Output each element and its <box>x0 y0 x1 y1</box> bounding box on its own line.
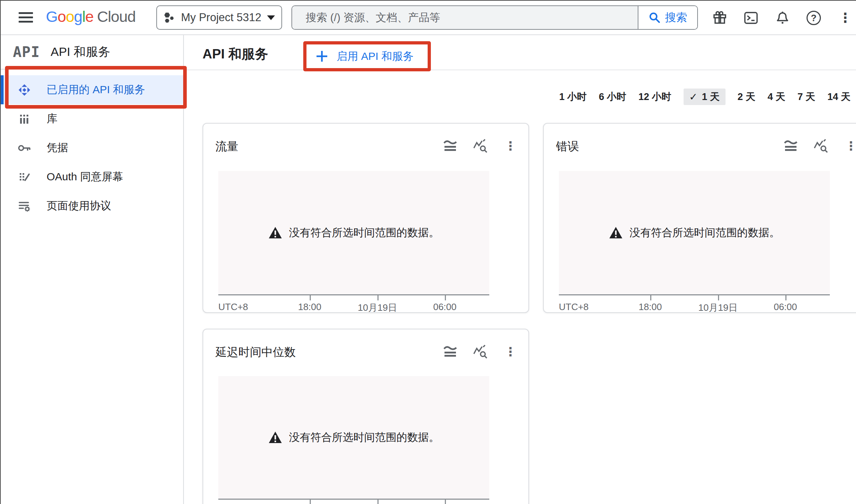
key-icon <box>17 141 32 155</box>
chart-smoothing-icon[interactable] <box>442 344 459 360</box>
axis-tick <box>377 294 379 300</box>
explore-metrics-icon[interactable] <box>472 344 489 360</box>
axis-label: 10月19日 <box>689 301 747 314</box>
hamburger-icon <box>18 10 34 25</box>
axis-tick <box>650 294 651 300</box>
sidebar-item-label: 页面使用协议 <box>47 199 111 213</box>
api-product-icon: API <box>13 44 40 60</box>
cloud-shell-button[interactable] <box>742 9 760 27</box>
card-title: 错误 <box>556 139 579 154</box>
header-divider <box>184 70 856 70</box>
card-title: 延迟时间中位数 <box>215 344 296 360</box>
time-range-4d[interactable]: 4 天 <box>767 90 785 103</box>
screen-edge-top <box>0 0 856 1</box>
card-title: 流量 <box>215 139 238 154</box>
x-axis-line <box>559 294 830 295</box>
search-input[interactable] <box>292 11 638 24</box>
card-actions: ⋮ <box>442 138 519 154</box>
notifications-button[interactable] <box>774 9 791 27</box>
gift-icon <box>712 10 727 25</box>
sidebar-item-oauth-consent[interactable]: OAuth 同意屏幕 <box>0 162 183 191</box>
offers-gift-button[interactable] <box>711 9 728 27</box>
page-title: API 和服务 <box>203 45 268 63</box>
annotation-box-enable-button: 启用 API 和服务 <box>303 41 431 71</box>
no-data-message: 没有符合所选时间范围的数据。 <box>289 225 439 240</box>
time-range-7d[interactable]: 7 天 <box>798 90 815 103</box>
project-selector[interactable]: My Project 5312 <box>156 5 282 30</box>
sidebar-item-label: 凭据 <box>47 141 68 155</box>
bell-icon <box>775 10 790 25</box>
chart-smoothing-icon[interactable] <box>782 138 799 154</box>
logo-cloud-text: Cloud <box>97 8 135 25</box>
time-range-6h[interactable]: 6 小时 <box>599 90 627 103</box>
check-icon: ✓ <box>689 91 698 103</box>
search-button[interactable]: 搜索 <box>638 6 697 29</box>
axis-tick <box>718 294 719 300</box>
menu-icon[interactable] <box>18 10 34 25</box>
sidebar-item-library[interactable]: 库 <box>0 104 183 133</box>
plus-icon <box>315 49 329 63</box>
help-icon: ? <box>807 11 821 25</box>
errors-chart-card: 错误 ⋮ <box>543 123 856 313</box>
more-vertical-icon: ⋮ <box>845 140 856 152</box>
chart-plot-area: 没有符合所选时间范围的数据。 <box>559 171 830 294</box>
sidebar-item-label: OAuth 同意屏幕 <box>47 170 123 184</box>
chart-smoothing-icon[interactable] <box>442 138 459 154</box>
enable-api-button[interactable]: 启用 API 和服务 <box>306 44 428 68</box>
more-vertical-icon: ⋮ <box>504 346 517 358</box>
sidebar-item-enabled-apis[interactable]: 已启用的 API 和服务 <box>0 75 183 104</box>
search-field <box>292 6 638 29</box>
explore-metrics-icon[interactable] <box>472 138 489 154</box>
axis-tick <box>310 294 311 300</box>
logo-letter: g <box>74 8 82 25</box>
sidebar-item-credentials[interactable]: 凭据 <box>0 133 183 162</box>
median-latency-chart-card: 延迟时间中位数 ⋮ <box>203 329 529 504</box>
search-icon <box>648 11 661 24</box>
logo-letter: o <box>57 8 66 25</box>
axis-label: 06:00 <box>416 301 474 313</box>
oauth-consent-icon <box>17 170 32 184</box>
card-menu-icon[interactable]: ⋮ <box>502 138 519 154</box>
card-actions: ⋮ <box>782 138 856 154</box>
sidebar-nav: 已启用的 API 和服务 库 <box>0 70 183 220</box>
axis-label: 10月19日 <box>349 301 406 314</box>
logo-letter: l <box>82 8 85 25</box>
card-menu-icon[interactable]: ⋮ <box>502 344 519 360</box>
explore-metrics-icon[interactable] <box>812 138 829 154</box>
x-axis-line <box>218 499 489 500</box>
gcp-console-page: GoogleCloud My Project 5312 搜索 <box>0 0 856 504</box>
help-button[interactable]: ? <box>805 9 822 27</box>
sidebar-item-label: 库 <box>47 111 57 126</box>
time-range-label: 1 天 <box>702 90 720 103</box>
logo-letter: G <box>46 8 57 25</box>
axis-tick <box>785 294 786 300</box>
no-data-message: 没有符合所选时间范围的数据。 <box>629 225 780 240</box>
time-range-1d-selected[interactable]: ✓ 1 天 <box>684 89 726 105</box>
sidebar-item-label: 已启用的 API 和服务 <box>47 82 145 97</box>
top-app-bar: GoogleCloud My Project 5312 搜索 <box>0 0 856 35</box>
time-range-selector: 1 小时 6 小时 12 小时 ✓ 1 天 2 天 4 天 7 天 14 天 3… <box>559 87 856 106</box>
library-icon <box>17 112 32 126</box>
card-menu-icon[interactable]: ⋮ <box>842 138 856 154</box>
warning-icon <box>268 431 282 444</box>
time-range-1h[interactable]: 1 小时 <box>559 90 587 103</box>
time-range-2d[interactable]: 2 天 <box>738 90 756 103</box>
axis-label: 18:00 <box>281 301 338 313</box>
warning-icon <box>268 226 282 239</box>
sidebar-title: API 和服务 <box>51 44 110 60</box>
project-name: My Project 5312 <box>181 11 261 24</box>
time-range-12h[interactable]: 12 小时 <box>638 90 671 103</box>
axis-label: 18:00 <box>622 301 679 313</box>
time-range-14d[interactable]: 14 天 <box>827 90 851 103</box>
more-vertical-icon: ⋮ <box>839 11 852 24</box>
axis-tick <box>445 499 446 504</box>
axis-tick <box>445 294 446 300</box>
enable-api-button-label: 启用 API 和服务 <box>337 49 414 64</box>
axis-tick <box>377 499 379 504</box>
more-options-button[interactable]: ⋮ <box>837 9 854 27</box>
sidebar-item-page-usage-agreements[interactable]: 页面使用协议 <box>0 191 183 220</box>
axis-label-utc: UTC+8 <box>218 301 261 313</box>
traffic-chart-card: 流量 ⋮ <box>203 123 529 313</box>
google-cloud-logo[interactable]: GoogleCloud <box>46 8 135 25</box>
sidebar-header: API API 和服务 <box>0 35 183 70</box>
